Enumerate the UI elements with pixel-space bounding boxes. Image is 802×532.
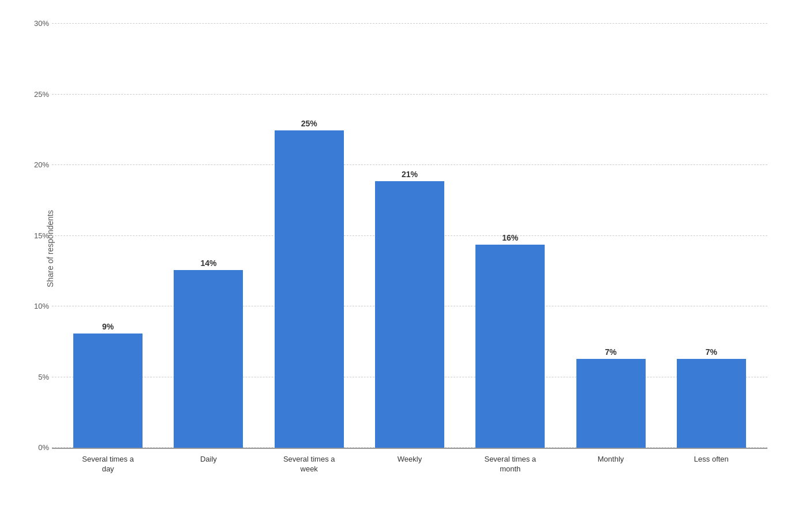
x-label: Several times amonth <box>460 455 560 474</box>
bar-value-label: 21% <box>402 170 418 179</box>
x-label: Less often <box>661 455 762 474</box>
bar-value-label: 14% <box>200 258 216 268</box>
bar <box>73 334 143 448</box>
bars-row: 9%14%25%21%16%7%7% <box>52 23 767 448</box>
bar-value-label: 7% <box>605 347 616 357</box>
bar-value-label: 25% <box>301 119 317 128</box>
grid-line-label: 0% <box>23 443 49 452</box>
bar-group: 25% <box>259 23 359 448</box>
bar-group: 21% <box>359 23 460 448</box>
x-label: Several times aday <box>58 455 158 474</box>
bar-group: 7% <box>661 23 762 448</box>
grid-line-label: 20% <box>23 160 49 169</box>
grid-and-bars: 30%25%20%15%10%5%0%9%14%25%21%16%7%7% <box>52 23 767 448</box>
bar <box>576 359 646 448</box>
grid-line-label: 10% <box>23 302 49 310</box>
bar-group: 9% <box>58 23 158 448</box>
grid-line-label: 5% <box>23 373 49 381</box>
x-label: Weekly <box>359 455 460 474</box>
bar-group: 7% <box>560 23 661 448</box>
bar-value-label: 16% <box>502 233 518 242</box>
x-label: Several times aweek <box>259 455 359 474</box>
bar-value-label: 9% <box>102 322 114 331</box>
grid-line-label: 15% <box>23 231 49 240</box>
bar-value-label: 7% <box>706 347 717 357</box>
grid-line-label: 25% <box>23 90 49 99</box>
chart-container: Share of respondents 30%25%20%15%10%5%0%… <box>0 0 802 532</box>
x-labels: Several times adayDailySeveral times awe… <box>52 449 767 474</box>
x-label: Monthly <box>560 455 661 474</box>
bar <box>174 270 243 448</box>
grid-line-label: 30% <box>23 19 49 28</box>
bar <box>475 245 545 448</box>
bar <box>677 359 746 448</box>
bar-group: 14% <box>158 23 258 448</box>
x-label: Daily <box>158 455 258 474</box>
bar <box>275 130 344 448</box>
chart-area: Share of respondents 30%25%20%15%10%5%0%… <box>52 23 767 474</box>
bar-group: 16% <box>460 23 560 448</box>
bar <box>375 181 444 448</box>
